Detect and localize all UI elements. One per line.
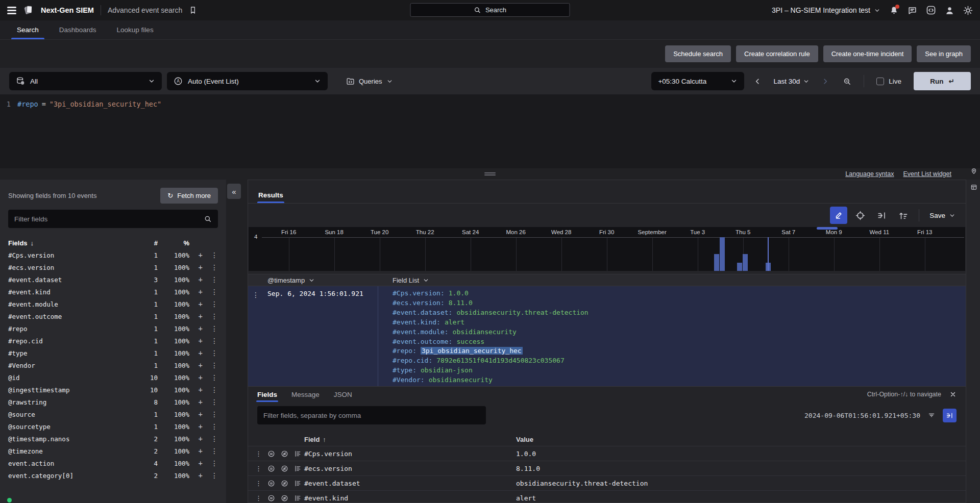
field-menu-icon[interactable]: ⋮ <box>211 324 218 333</box>
field-row[interactable]: #repo 1 100% + ⋮ <box>0 322 226 335</box>
action-button[interactable]: Create one-time incident <box>823 45 912 62</box>
jump-to-event-button[interactable] <box>943 409 957 422</box>
filter-equal-icon[interactable] <box>267 450 275 458</box>
field-column-header[interactable]: Field ↑ <box>304 436 516 443</box>
field-row[interactable]: #Vendor 1 100% + ⋮ <box>0 359 226 371</box>
time-range-selector[interactable]: Last 30d <box>771 78 812 85</box>
add-field-icon[interactable]: + <box>199 471 203 480</box>
add-field-icon[interactable]: + <box>199 373 203 382</box>
filter-not-equal-icon[interactable] <box>281 494 288 502</box>
workspace-selector[interactable]: 3PI – NG-SIEM Integration test <box>772 6 880 14</box>
event-list-widget-link[interactable]: Event List widget <box>903 170 952 178</box>
global-search-input[interactable]: Search <box>410 3 570 17</box>
add-field-icon[interactable]: + <box>199 447 203 455</box>
timezone-selector[interactable]: +05:30 Calcutta <box>651 72 744 90</box>
add-field-icon[interactable]: + <box>199 422 203 431</box>
theme-toggle-sun-icon[interactable] <box>963 6 973 15</box>
field-row[interactable]: event.action 4 100% + ⋮ <box>0 457 226 469</box>
edit-pencil-button[interactable] <box>830 207 847 224</box>
inspector-filter-input[interactable] <box>263 412 480 419</box>
field-menu-icon[interactable]: ⋮ <box>211 410 218 418</box>
tab-results[interactable]: Results <box>257 188 284 203</box>
add-field-icon[interactable]: + <box>199 251 203 259</box>
select-field-icon[interactable] <box>294 450 302 458</box>
field-menu-icon[interactable]: ⋮ <box>211 422 218 431</box>
tab-search[interactable]: Search <box>8 20 47 39</box>
field-row[interactable]: @source 1 100% + ⋮ <box>0 408 226 420</box>
filter-equal-icon[interactable] <box>267 465 275 472</box>
event-histogram-chart[interactable]: 4 Fri 16Sun 18Tue 20Thu 22Sat 24Mon 26We… <box>249 227 965 271</box>
field-menu-icon[interactable]: ⋮ <box>211 386 218 394</box>
field-menu-icon[interactable]: ⋮ <box>211 251 218 259</box>
hamburger-menu-icon[interactable] <box>7 7 16 14</box>
row-menu-icon[interactable]: ⋮ <box>255 465 262 472</box>
add-field-icon[interactable]: + <box>199 300 203 308</box>
tab-json[interactable]: JSON <box>334 387 352 402</box>
save-dropdown[interactable]: Save <box>926 212 959 219</box>
add-field-icon[interactable]: + <box>199 398 203 406</box>
field-menu-icon[interactable]: ⋮ <box>211 263 218 271</box>
notifications-bell-icon[interactable] <box>889 6 899 15</box>
tab-message[interactable]: Message <box>291 387 320 402</box>
close-icon[interactable] <box>949 391 957 398</box>
filter-equal-icon[interactable] <box>267 494 275 502</box>
query-editor[interactable]: 1 #repo = "3pi_obsidian_security_hec" <box>0 94 980 168</box>
widget-board-icon[interactable] <box>970 184 977 191</box>
bookmark-icon[interactable] <box>189 6 197 14</box>
event-row-selected[interactable]: ⋮ Sep. 6, 2024 1:56:01.921 #Cps.version:… <box>248 286 966 386</box>
row-menu-icon[interactable]: ⋮ <box>255 480 262 487</box>
field-menu-icon[interactable]: ⋮ <box>211 459 218 467</box>
code-console-icon[interactable] <box>926 5 936 15</box>
tab-lookup-files[interactable]: Lookup files <box>108 20 162 39</box>
select-field-icon[interactable] <box>294 494 302 502</box>
action-button[interactable]: See in graph <box>917 45 971 62</box>
sort-descending-icon[interactable]: ↓ <box>31 239 34 247</box>
view-mode-selector[interactable]: A Auto (Event List) <box>167 72 328 90</box>
queries-menu[interactable]: Queries <box>346 77 393 86</box>
field-menu-icon[interactable]: ⋮ <box>211 373 218 382</box>
add-field-icon[interactable]: + <box>199 288 203 296</box>
field-menu-icon[interactable]: ⋮ <box>211 471 218 480</box>
inspector-table-row[interactable]: ⋮ #Cps.version 1.0.0 <box>248 446 966 461</box>
field-menu-icon[interactable]: ⋮ <box>211 288 218 296</box>
field-row[interactable]: #event.kind 1 100% + ⋮ <box>0 286 226 298</box>
add-field-icon[interactable]: + <box>199 324 203 333</box>
row-menu-icon[interactable]: ⋮ <box>255 450 262 458</box>
field-list-column-header[interactable]: Field List <box>378 276 966 284</box>
live-checkbox[interactable] <box>876 78 884 85</box>
select-field-icon[interactable] <box>294 480 302 487</box>
time-shift-back-button[interactable] <box>749 77 766 86</box>
field-menu-icon[interactable]: ⋮ <box>211 312 218 320</box>
chart-scroll-pill[interactable] <box>817 227 838 230</box>
field-row[interactable]: @timestamp.nanos 2 100% + ⋮ <box>0 433 226 445</box>
action-button[interactable]: Schedule search <box>665 45 731 62</box>
field-row[interactable]: @sourcetype 1 100% + ⋮ <box>0 420 226 433</box>
add-field-icon[interactable]: + <box>199 459 203 467</box>
field-row[interactable]: #event.module 1 100% + ⋮ <box>0 298 226 310</box>
zoom-out-time-button[interactable] <box>839 77 855 86</box>
fetch-more-button[interactable]: ↻ Fetch more <box>160 188 218 204</box>
add-field-icon[interactable]: + <box>199 349 203 357</box>
filter-equal-icon[interactable] <box>267 480 275 487</box>
field-row[interactable]: #repo.cid 1 100% + ⋮ <box>0 335 226 347</box>
field-menu-icon[interactable]: ⋮ <box>211 435 218 443</box>
field-row[interactable]: @rawstring 8 100% + ⋮ <box>0 396 226 408</box>
language-syntax-link[interactable]: Language syntax <box>845 170 894 178</box>
add-field-icon[interactable]: + <box>199 263 203 271</box>
editor-resize-handle[interactable] <box>484 171 496 177</box>
run-query-button[interactable]: Run ↵ <box>914 72 971 90</box>
field-row[interactable]: event.category[0] 2 100% + ⋮ <box>0 469 226 482</box>
add-field-icon[interactable]: + <box>199 386 203 394</box>
field-menu-icon[interactable]: ⋮ <box>211 398 218 406</box>
pin-icon[interactable] <box>970 167 977 174</box>
field-row[interactable]: #Cps.version 1 100% + ⋮ <box>0 249 226 261</box>
add-field-icon[interactable]: + <box>199 435 203 443</box>
field-menu-icon[interactable]: ⋮ <box>211 275 218 284</box>
repository-selector[interactable]: All <box>9 72 162 90</box>
filter-fields-input[interactable] <box>14 215 204 223</box>
jump-to-end-button[interactable] <box>873 207 890 224</box>
row-menu-icon[interactable]: ⋮ <box>255 494 262 502</box>
field-row[interactable]: #event.outcome 1 100% + ⋮ <box>0 310 226 322</box>
field-row[interactable]: @ingesttimestamp 10 100% + ⋮ <box>0 384 226 396</box>
crosshair-button[interactable] <box>851 207 869 224</box>
